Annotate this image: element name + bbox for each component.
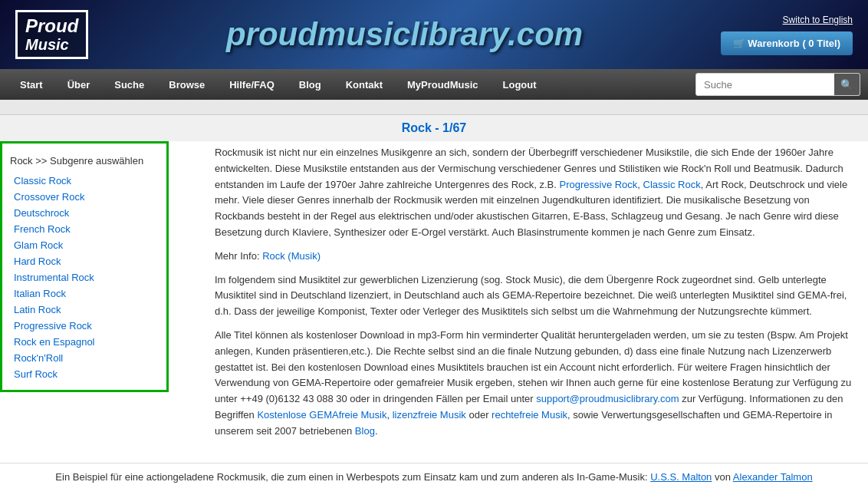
dropdown-item-crossover-rock[interactable]: Crossover Rock — [2, 189, 166, 205]
bottom-text: Ein Beispiel für eine actiongeladene Roc… — [8, 471, 860, 485]
dropdown-item-hard-rock[interactable]: Hard Rock — [2, 253, 166, 269]
navigation: Start Über Suche Browse Hilfe/FAQ Blog K… — [0, 69, 868, 100]
header: Proud Music proudmusiclibrary.com Switch… — [0, 0, 868, 69]
link-rock-musik[interactable]: Rock (Musik) — [262, 250, 321, 262]
paragraph3: Alle Titel können als kostenloser Downlo… — [215, 328, 853, 440]
nav-hilfe[interactable]: Hilfe/FAQ — [217, 69, 287, 100]
nav-blog[interactable]: Blog — [287, 69, 334, 100]
nav-logout[interactable]: Logout — [491, 69, 549, 100]
header-right: Switch to English 🛒 Warenkorb ( 0 Titel) — [721, 15, 853, 55]
logo[interactable]: Proud Music — [15, 10, 88, 59]
cart-button[interactable]: 🛒 Warenkorb ( 0 Titel) — [721, 31, 853, 55]
dropdown-item-glam-rock[interactable]: Glam Rock — [2, 237, 166, 253]
nav-uber[interactable]: Über — [55, 69, 103, 100]
paragraph1: Rockmusik ist nicht nur ein einzelnes Mu… — [215, 145, 853, 241]
cart-label: Warenkorb ( 0 Titel) — [748, 38, 840, 49]
logo-line1: Proud — [25, 16, 78, 36]
link-rechtefreie[interactable]: rechtefreie Musik — [492, 409, 567, 421]
link-lizenzfreie[interactable]: lizenzfreie Musik — [393, 409, 466, 421]
bottom-bar: Ein Beispiel für eine actiongeladene Roc… — [0, 463, 868, 485]
nav-kontakt[interactable]: Kontakt — [334, 69, 395, 100]
dropdown-item-progressive-rock[interactable]: Progressive Rock — [2, 318, 166, 334]
page-title: Rock - 1/67 — [0, 115, 868, 141]
switch-language[interactable]: Switch to English — [783, 15, 853, 25]
search-icon: 🔍 — [840, 79, 853, 91]
link-alexander-talmon[interactable]: Alexander Talmon — [733, 471, 813, 483]
link-gemafreie-musik[interactable]: gemafreie Musik — [397, 483, 470, 485]
breadcrumb-bar — [0, 100, 868, 115]
dropdown-item-instrumental-rock[interactable]: Instrumental Rock — [2, 269, 166, 285]
dropdown-item-rocknroll[interactable]: Rock'n'Roll — [2, 350, 166, 366]
cart-icon: 🛒 — [733, 38, 745, 49]
dropdown-header: Rock >> Subgenre auswählen — [2, 151, 166, 173]
nav-start[interactable]: Start — [8, 69, 55, 100]
dropdown-item-latin-rock[interactable]: Latin Rock — [2, 302, 166, 318]
dropdown-item-surf-rock[interactable]: Surf Rock — [2, 366, 166, 382]
search-box: 🔍 — [695, 73, 860, 96]
dropdown-item-italian-rock[interactable]: Italian Rock — [2, 285, 166, 302]
link-classic-rock[interactable]: Classic Rock — [643, 179, 701, 190]
nav-myproud[interactable]: MyProudMusic — [395, 69, 490, 100]
paragraph2: Im folgendem sind Musiktitel zur gewerbl… — [215, 272, 853, 320]
logo-line2: Music — [25, 36, 78, 53]
dropdown-item-deutschrock[interactable]: Deutschrock — [2, 205, 166, 221]
search-button[interactable]: 🔍 — [834, 74, 860, 95]
link-support-email[interactable]: support@proudmusiclibrary.com — [536, 393, 679, 404]
dropdown-item-french-rock[interactable]: French Rock — [2, 221, 166, 237]
nav-suche[interactable]: Suche — [102, 69, 156, 100]
logo-container: Proud Music — [15, 10, 88, 59]
link-kostenlose[interactable]: Kostenlose GEMAfreie Musik — [257, 409, 386, 421]
dropdown-item-classic-rock[interactable]: Classic Rock — [2, 173, 166, 189]
mehr-info-line: Mehr Info: Rock (Musik) — [215, 249, 853, 265]
link-blog[interactable]: Blog — [355, 425, 375, 437]
dropdown-item-rock-espagnol[interactable]: Rock en Espagnol — [2, 334, 166, 350]
link-progressive-rock[interactable]: Progressive Rock — [559, 179, 637, 190]
nav-browse[interactable]: Browse — [156, 69, 217, 100]
main-content: Rock >> Subgenre auswählen Classic Rock … — [0, 141, 868, 463]
link-uss-malton[interactable]: U.S.S. Malton — [650, 471, 712, 483]
dropdown-panel: Rock >> Subgenre auswählen Classic Rock … — [0, 141, 169, 392]
search-input[interactable] — [696, 75, 834, 94]
site-title: proudmusiclibrary.com — [88, 16, 720, 53]
